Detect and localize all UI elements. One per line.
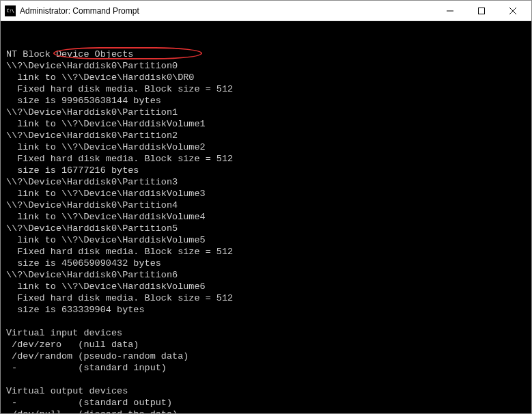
terminal-line: link to \\?\Device\HarddiskVolume1	[6, 118, 526, 130]
terminal-line: Fixed hard disk media. Block size = 512	[6, 83, 526, 95]
terminal-line: Fixed hard disk media. Block size = 512	[6, 292, 526, 304]
terminal-line: link to \\?\Device\HarddiskVolume3	[6, 188, 526, 199]
terminal-line: \\?\Device\Harddisk0\Partition4	[6, 199, 526, 211]
terminal-line: /dev/zero (null data)	[6, 339, 526, 350]
terminal-line	[6, 374, 526, 385]
svg-rect-1	[479, 8, 485, 14]
terminal-output[interactable]: NT Block Device Objects\\?\Device\Harddi…	[1, 21, 531, 413]
terminal-line: size is 999653638144 bytes	[6, 95, 526, 107]
terminal-line: link to \\?\Device\HarddiskVolume6	[6, 281, 526, 292]
terminal-line	[6, 316, 526, 327]
terminal-line: \\?\Device\Harddisk0\Partition5	[6, 223, 526, 234]
terminal-line: - (standard input)	[6, 362, 526, 374]
terminal-line: size is 16777216 bytes	[6, 165, 526, 176]
terminal-line: link to \\?\Device\HarddiskVolume2	[6, 141, 526, 153]
titlebar[interactable]: C:\ Administrator: Command Prompt	[1, 1, 531, 21]
terminal-line: /dev/null (discard the data)	[6, 409, 526, 413]
terminal-line: Virtual output devices	[6, 385, 526, 397]
terminal-line: \\?\Device\Harddisk0\Partition6	[6, 269, 526, 281]
terminal-line: Virtual input devices	[6, 327, 526, 339]
minimize-button[interactable]	[434, 1, 466, 20]
terminal-line: NT Block Device Objects	[6, 49, 526, 60]
terminal-line: link to \\?\Device\HarddiskVolume4	[6, 211, 526, 223]
terminal-line: link to \\?\Device\Harddisk0\DR0	[6, 72, 526, 83]
cmd-icon: C:\	[5, 5, 16, 16]
terminal-line: Fixed hard disk media. Block size = 512	[6, 246, 526, 258]
close-button[interactable]	[497, 1, 529, 20]
command-prompt-window: C:\ Administrator: Command Prompt NT Blo…	[0, 0, 532, 414]
terminal-line: \\?\Device\Harddisk0\Partition1	[6, 107, 526, 118]
terminal-line: - (standard output)	[6, 397, 526, 409]
terminal-line: \\?\Device\Harddisk0\Partition3	[6, 176, 526, 188]
maximize-button[interactable]	[466, 1, 497, 20]
terminal-line: /dev/random (pseudo-random data)	[6, 350, 526, 362]
terminal-line: link to \\?\Device\HarddiskVolume5	[6, 234, 526, 246]
terminal-line: size is 633339904 bytes	[6, 304, 526, 316]
window-title: Administrator: Command Prompt	[20, 6, 434, 16]
terminal-line: size is 450659090432 bytes	[6, 258, 526, 269]
terminal-line: Fixed hard disk media. Block size = 512	[6, 153, 526, 165]
window-controls	[434, 1, 529, 20]
terminal-line: \\?\Device\Harddisk0\Partition2	[6, 130, 526, 141]
terminal-line: \\?\Device\Harddisk0\Partition0	[6, 60, 526, 72]
